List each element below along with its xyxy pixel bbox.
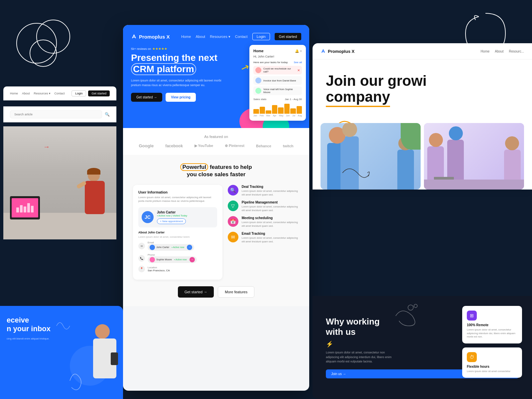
feature-email: ✉ Email Tracking Lorem ipsum dolor sit a…: [228, 232, 299, 243]
deco-scribble-dark: [392, 303, 426, 329]
task-avatar: [255, 67, 261, 73]
user-info-card: User Information Lorem ipsum dolor sit a…: [133, 185, 222, 279]
nav-about[interactable]: About: [196, 35, 205, 39]
user-avatar: JC: [142, 211, 154, 223]
nav-home[interactable]: Home: [181, 35, 191, 39]
deal-tracking-icon: 🔍: [228, 185, 238, 196]
right-hero-content: Join our growi company: [313, 60, 532, 121]
phone-user: Sophie Moore: [156, 258, 172, 261]
left-blue-section: eceive n your inbox cing elit blandt eni…: [0, 306, 123, 399]
features-heading: Powerful features to help you close sale…: [133, 164, 299, 178]
behance-logo: Behance: [256, 144, 271, 148]
right-nav: Promoplus X Home About Resourc...: [313, 43, 532, 60]
left-nav-resources[interactable]: Resources ▾: [34, 92, 51, 95]
user-details: About John Carter Lorem ipsum dolor sit …: [138, 231, 217, 272]
location-row: 📍 Location San Francisco, CA: [138, 266, 217, 272]
youtube-logo: ▶ YouTube: [195, 144, 213, 148]
crm-card: Home 🔔 ≡ Hi, John Carter! Here are your …: [249, 45, 306, 121]
svg-point-3: [408, 305, 413, 310]
hero-description: Lorem ipsum dolor sit amet, consectetur …: [131, 78, 224, 87]
feature-card-remote: ⊞ 100% Remote Lorem ipsum dolor sit amet…: [462, 306, 522, 343]
crm-icons: 🔔 ≡: [295, 49, 302, 53]
scribble-blue: [53, 316, 73, 336]
nav-resources[interactable]: Resources ▾: [210, 35, 230, 39]
left-nav-about[interactable]: About: [22, 92, 30, 95]
phone-row: 📞 Phone Sophie Moore • Active now →: [138, 253, 217, 264]
monitor: [10, 196, 40, 219]
more-features-button[interactable]: More features: [218, 286, 254, 298]
nav-contact[interactable]: Contact: [235, 35, 248, 39]
bar: [266, 110, 271, 114]
pinterest-logo: ⊕ Pinterest: [225, 144, 244, 148]
star-icons: ★★★★★: [152, 47, 167, 51]
hero-nav-links: Home About Resources ▾ Contact Login Get…: [181, 33, 301, 40]
scribble-person: [66, 369, 90, 392]
crm-greeting: Hi, John Carter!: [253, 55, 302, 58]
feature-card-hours: ⏱ Flexible hours Lorem ipsum dolor sit a…: [462, 347, 522, 378]
hair: [87, 168, 100, 175]
hours-icon: ⏱: [467, 352, 477, 362]
feature-pipeline: ▽ Pipeline Managenment Lorem ipsum dolor…: [228, 200, 299, 212]
search-icon: 🔍: [105, 112, 110, 117]
features-section: Powerful features to help you close sale…: [123, 155, 309, 306]
right-logo: Promoplus X: [321, 49, 354, 54]
crm-task-item: Invoice due from Daniel Bane: [253, 76, 302, 85]
view-pricing-button[interactable]: View pricing: [166, 93, 196, 102]
meeting-icon: 📅: [228, 216, 238, 227]
crm-home-title: Home: [253, 49, 264, 53]
left-nav-home[interactable]: Home: [10, 92, 18, 95]
getstarted-button[interactable]: Get started: [275, 33, 301, 40]
login-button[interactable]: Login: [252, 33, 270, 40]
right-bottom-section: Why working with us ⚡ Lorem ipsum dolor …: [313, 296, 532, 399]
svg-point-4: [414, 304, 417, 308]
center-panel: Promoplus X Home About Resources ▾ Conta…: [123, 25, 309, 391]
screen-chart: [15, 202, 35, 214]
why-title: Why working with us: [326, 317, 392, 337]
body: [85, 181, 105, 214]
hero-section: Promoplus X Home About Resources ▾ Conta…: [123, 25, 309, 128]
bar: [278, 107, 284, 114]
crm-task-item: Could we reschedule our call? ✕: [253, 66, 302, 74]
bar: [253, 109, 259, 114]
feature-meeting: 📅 Meeting scheduling Lorem ipsum dolor s…: [228, 216, 299, 228]
new-appointment-button[interactable]: + New appointment: [157, 218, 186, 224]
user-profile: JC John Carter • Active now | Visited To…: [138, 207, 217, 227]
left-photo-area: →: [3, 126, 116, 239]
monitor-screen: [12, 198, 38, 217]
user-name: John Carter: [157, 210, 187, 214]
pipeline-icon: ▽: [228, 200, 238, 211]
email-row: ✉ Email John Carter • Active now →: [138, 241, 217, 251]
about-title: About John Carter: [138, 231, 217, 234]
user-card-desc: Lorem ipsum dolor sit amet, consectetur …: [138, 196, 217, 203]
hero-getstarted-button[interactable]: Get started →: [131, 93, 162, 102]
bar: [297, 106, 302, 114]
right-panel: Promoplus X Home About Resourc... Join o…: [313, 0, 532, 399]
left-nav-contact[interactable]: Contact: [55, 92, 65, 95]
features-cta: Get started → More features: [133, 286, 299, 298]
left-login-button[interactable]: Login: [71, 90, 86, 96]
right-top-section: Promoplus X Home About Resourc... Join o…: [313, 43, 532, 190]
featured-label: As featured on: [133, 135, 299, 139]
left-nav-buttons: Login Get started: [71, 90, 110, 96]
user-card-title: User Information: [138, 190, 217, 194]
task-close-icon[interactable]: ✕: [297, 68, 300, 72]
left-getstarted-button[interactable]: Get started: [88, 90, 110, 96]
remote-icon: ⊞: [467, 311, 477, 321]
email-send-icon: →: [187, 245, 192, 250]
location-icon: 📍: [138, 266, 145, 272]
email-icon: ✉: [138, 243, 145, 249]
left-nav-links: Home About Resources ▾ Contact: [10, 92, 65, 95]
search-input[interactable]: [10, 110, 102, 118]
left-search-bar: 🔍: [3, 106, 116, 122]
features-getstarted-button[interactable]: Get started →: [178, 286, 214, 298]
user-avatar-chip: [150, 245, 155, 250]
person-figure: [73, 166, 110, 239]
sophie-avatar: [150, 257, 155, 262]
featured-section: As featured on Google facebook ▶ YouTube…: [123, 128, 309, 155]
google-logo: Google: [139, 143, 154, 148]
crm-tasks-header: Here are your tasks for today See all: [253, 61, 302, 64]
why-desc: Lorem ipsum dolor sit amet, consectetur …: [326, 350, 399, 364]
featured-logos: Google facebook ▶ YouTube ⊕ Pinterest Be…: [133, 143, 299, 148]
team-photo-2: [424, 123, 524, 190]
features-list: 🔍 Deal Tracking Lorem ipsum dolor sit am…: [228, 185, 299, 279]
